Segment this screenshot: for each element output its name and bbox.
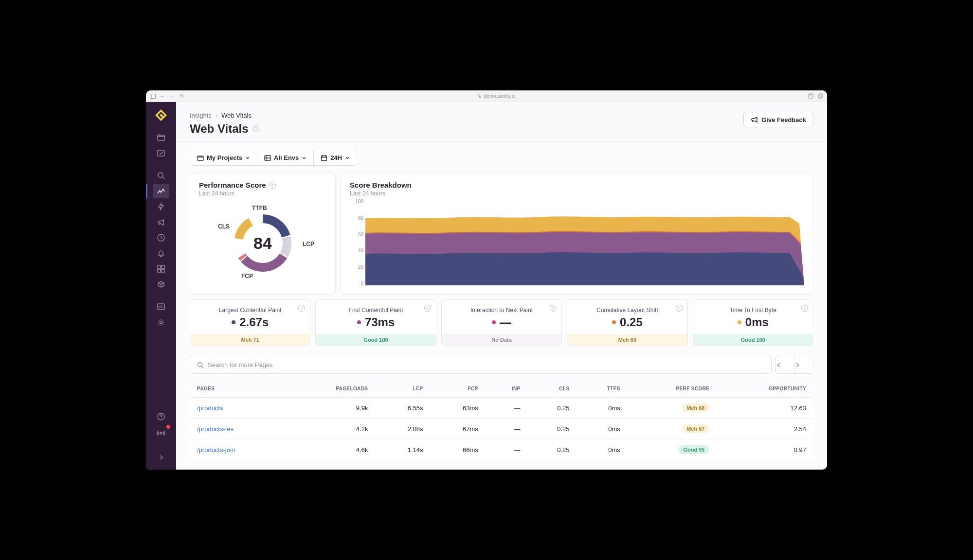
filter-timerange[interactable]: 24H	[314, 150, 357, 165]
reload-icon[interactable]: ↻	[179, 93, 185, 99]
metric-footer: No Data	[442, 334, 561, 346]
page-link[interactable]: /products-fes	[197, 425, 234, 433]
cell-lcp: 2.08s	[375, 419, 430, 439]
metric-card[interactable]: ? Interaction to Next Paint — No Data	[441, 299, 562, 346]
metric-card[interactable]: ? Time To First Byte 0ms Good 100	[693, 299, 813, 346]
sentry-logo[interactable]	[154, 108, 168, 122]
nav-stats[interactable]	[153, 299, 169, 314]
cell-inp: —	[485, 419, 527, 439]
cell-score: Meh 87	[627, 419, 717, 439]
help-icon[interactable]: ?	[424, 305, 431, 312]
metric-dot	[492, 320, 496, 324]
nav-whatsnew[interactable]	[153, 426, 169, 440]
cell-opportunity: 2.54	[716, 419, 813, 439]
metric-value: 73ms	[321, 315, 431, 329]
nav-alerts[interactable]	[153, 246, 169, 261]
table-header[interactable]: CLS	[527, 380, 577, 398]
svg-rect-3	[818, 95, 822, 98]
score-badge: Good 95	[678, 445, 709, 454]
nav-collapse[interactable]	[153, 450, 169, 465]
give-feedback-button[interactable]: Give Feedback	[743, 112, 813, 127]
table-header[interactable]: INP	[485, 380, 527, 398]
metric-value: —	[447, 315, 557, 329]
metric-card[interactable]: ? Cumulative Layout Shift 0.25 Meh 63	[567, 299, 687, 346]
metric-footer: Good 100	[693, 334, 813, 346]
performance-donut: 84 TTFB LCP FCP CLS	[214, 202, 311, 284]
cell-fcp: 66ms	[430, 439, 485, 460]
nav-releases[interactable]	[153, 277, 169, 292]
segment-label-fcp: FCP	[241, 273, 253, 280]
metric-card[interactable]: ? First Contentful Paint 73ms Good 100	[315, 299, 436, 346]
page-prev-button[interactable]	[776, 356, 794, 373]
svg-rect-19	[322, 156, 327, 160]
nav-settings[interactable]	[153, 315, 169, 330]
metric-value: 0ms	[698, 315, 808, 329]
metric-footer: Good 100	[316, 334, 435, 346]
nav-performance[interactable]	[153, 199, 169, 214]
cell-ttfb: 0ms	[576, 398, 627, 419]
search-input[interactable]: Search for more Pages	[190, 356, 772, 374]
metric-value: 0.25	[572, 315, 682, 329]
metric-footer: Meh 63	[567, 334, 687, 346]
page-link[interactable]: /products	[197, 404, 223, 412]
help-icon[interactable]: ?	[676, 305, 683, 312]
svg-rect-4	[819, 94, 823, 97]
cell-fcp: 63ms	[430, 398, 485, 419]
page-next-button[interactable]	[794, 356, 813, 373]
card-subtitle: Last 24 hours	[199, 190, 326, 197]
back-icon[interactable]: ←	[160, 93, 165, 99]
table-header[interactable]: LCP	[375, 380, 430, 398]
env-icon	[264, 155, 271, 161]
filter-projects[interactable]: My Projects	[190, 150, 257, 165]
table-header[interactable]: PAGELOADS	[288, 380, 375, 398]
nav-insights[interactable]	[153, 184, 169, 198]
calendar-icon	[321, 155, 327, 161]
cell-inp: —	[485, 439, 527, 460]
filter-envs[interactable]: All Envs	[257, 150, 314, 165]
cell-cls: 0.25	[527, 398, 577, 419]
nav-broadcast[interactable]	[153, 215, 169, 229]
browser-chrome: ← → ↻ demo.sentry.io	[146, 90, 827, 102]
score-badge: Meh 68	[682, 403, 709, 412]
breadcrumb-root[interactable]: Insights	[190, 112, 212, 119]
score-badge: Meh 87	[682, 424, 709, 433]
share-icon[interactable]	[808, 93, 813, 99]
metric-dot	[738, 320, 741, 324]
svg-rect-10	[162, 265, 164, 268]
link-icon	[477, 94, 482, 99]
cell-ttfb: 0ms	[576, 419, 627, 439]
main-content: Insights › Web Vitals Web Vitals ? Give …	[176, 102, 827, 470]
table-row: /products-fes 4.2k 2.08s 67ms — 0.25 0ms…	[190, 419, 813, 439]
notification-dot	[166, 425, 170, 429]
table-header[interactable]: FCP	[430, 380, 485, 398]
cell-cls: 0.25	[527, 439, 577, 460]
help-icon[interactable]: ?	[269, 182, 276, 189]
nav-dashboards[interactable]	[153, 262, 169, 276]
address-bar[interactable]: demo.sentry.io	[189, 93, 804, 99]
score-breakdown-card: Score Breakdown Last 24 hours 100 80 60 …	[341, 173, 813, 295]
sidebar-toggle-icon[interactable]	[150, 93, 156, 99]
table-header[interactable]: TTFB	[576, 380, 627, 398]
nav-search[interactable]	[153, 168, 169, 183]
chevron-down-icon	[245, 156, 250, 160]
chevron-down-icon	[345, 156, 350, 160]
table-header[interactable]: OPPORTUNITY	[716, 380, 813, 398]
table-header[interactable]: PERF SCORE	[627, 380, 717, 398]
help-icon[interactable]: ?	[252, 125, 259, 132]
nav-projects[interactable]	[153, 130, 169, 145]
table-header[interactable]: PAGES	[190, 380, 288, 398]
cell-lcp: 1.14s	[375, 439, 430, 460]
megaphone-icon	[751, 116, 758, 123]
tabs-icon[interactable]	[817, 93, 823, 99]
performance-score-card: Performance Score ? Last 24 hours	[190, 173, 336, 295]
page-link[interactable]: /products-join	[197, 446, 235, 454]
nav-replays[interactable]	[153, 230, 169, 245]
metric-card[interactable]: ? Largest Contentful Paint 2.67s Meh 71	[190, 299, 310, 346]
forward-icon[interactable]: →	[169, 93, 175, 99]
nav-issues[interactable]	[153, 146, 169, 160]
nav-help[interactable]	[153, 409, 169, 424]
metric-footer: Meh 71	[190, 334, 310, 346]
svg-point-25	[198, 362, 202, 367]
project-icon	[197, 155, 204, 161]
help-icon[interactable]: ?	[801, 305, 808, 312]
